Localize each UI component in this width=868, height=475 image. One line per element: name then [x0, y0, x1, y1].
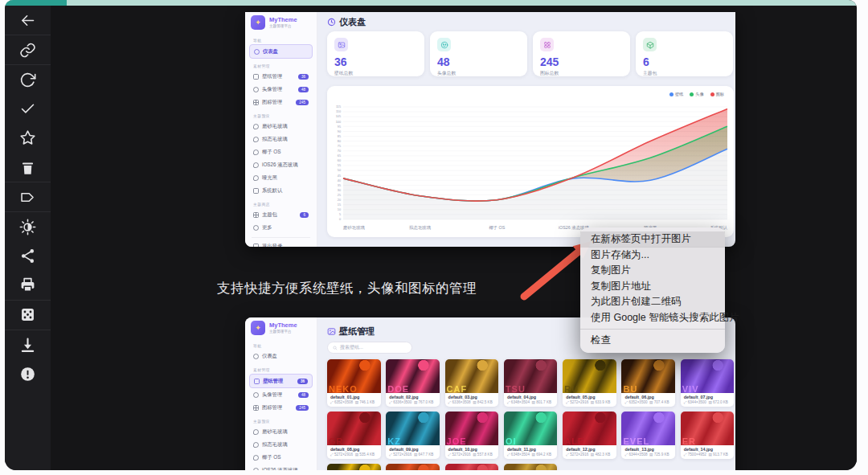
wallpaper-meta: ⤢ 6344×3508 ▤ 725.9 KB	[621, 452, 675, 459]
svg-text:110: 110	[336, 110, 341, 113]
wallpaper-meta: ⤢ 6352×3500 ▤ 707.4 KB	[621, 399, 675, 407]
dashboard-header: 仪表盘	[327, 16, 366, 28]
image-icon	[253, 74, 259, 80]
wallpaper-filename: default_03.jpg	[445, 393, 499, 399]
toolbar-share-button[interactable]	[5, 242, 51, 271]
wallpaper-filename: default_07.jpg	[681, 393, 735, 399]
toolbar-back-button[interactable]	[5, 6, 51, 35]
svg-text:80: 80	[338, 140, 341, 143]
context-menu-item[interactable]: 为此图片创建二维码	[580, 294, 725, 310]
sidebar-item: 拟态毛玻璃	[249, 133, 313, 145]
toolbar-download-button[interactable]	[5, 330, 51, 359]
wallpaper-thumbnail: JOE	[445, 412, 499, 445]
context-menu-item[interactable]: 图片存储为...	[580, 248, 725, 264]
sidebar-item-label: 更多	[262, 224, 272, 231]
palette-icon	[253, 162, 259, 168]
toolbar-check-button[interactable]	[5, 95, 51, 124]
link-icon	[19, 42, 36, 59]
toolbar-tag-button[interactable]	[5, 182, 51, 211]
count-badge: 245	[296, 100, 309, 105]
page-content: ✦MyTheme主题管理平台导航仪表盘素材管理壁纸管理36头像管理48图标管理2…	[51, 6, 857, 470]
wallpaper-filename: default_11.jpg	[504, 445, 558, 452]
stat-card: 245图标总数	[533, 31, 630, 76]
wallpaper-thumbnail: GR	[327, 412, 381, 445]
sidebar-item-label: 拟态毛玻璃	[262, 136, 287, 143]
mytheme-logo: ✦MyTheme主题管理平台	[245, 12, 317, 33]
context-menu-item[interactable]: 使用 Google 智能镜头搜索此图片	[580, 310, 725, 326]
dice-icon	[19, 306, 36, 323]
tag-icon	[19, 189, 36, 206]
palette-icon	[253, 442, 259, 448]
svg-text:50: 50	[338, 169, 341, 172]
gear-icon	[253, 225, 259, 231]
toolbar-star-button[interactable]	[5, 124, 51, 153]
wallpaper-thumbnail: RU	[563, 359, 616, 393]
dashboard-screenshot-image[interactable]: ✦MyTheme主题管理平台导航仪表盘素材管理壁纸管理36头像管理48图标管理2…	[245, 12, 735, 247]
sidebar-item-label: iOS26 液态玻璃	[262, 162, 297, 169]
stat-value: 48	[437, 55, 520, 68]
wallpaper-thumbnail: ER	[681, 412, 735, 445]
mytheme-logo-title: MyTheme	[269, 17, 297, 23]
image-icon	[334, 38, 348, 51]
avatar-icon	[253, 392, 259, 398]
box-icon	[253, 212, 259, 218]
wallpaper-card: ERdefault_14.jpg⤢ 7500×4952 ▤ 913.7 KB	[681, 412, 735, 459]
wallpaper-row: GRdefault_08.jpg⤢ 5272×2916 ▤ 535.4 KBKZ…	[327, 412, 727, 459]
svg-text:15: 15	[338, 203, 341, 207]
wallpaper-thumbnail	[445, 464, 499, 470]
wallpaper-card: KZdefault_09.jpg⤢ 5272×2916 ▤ 647.7 KB	[386, 412, 440, 459]
svg-text:40: 40	[338, 179, 341, 182]
context-menu-item[interactable]: 检查	[580, 333, 725, 349]
toolbar-link-button[interactable]	[5, 35, 51, 64]
toolbar-trash-button[interactable]	[5, 153, 51, 182]
page-background: ✦MyTheme主题管理平台导航仪表盘素材管理壁纸管理36头像管理48图标管理2…	[0, 0, 868, 475]
dashboard-icon	[253, 354, 259, 359]
sidebar-item-label: 磨砂毛玻璃	[262, 428, 287, 436]
count-badge: 6	[300, 212, 309, 218]
wallpaper-thumbnail: ALE	[563, 412, 616, 445]
progress-indicator	[5, 0, 67, 6]
wallpaper-meta: ⤢ 5272×2916 ▤ 647.7 KB	[386, 452, 440, 459]
toolbar-contrast-button[interactable]	[5, 212, 51, 241]
grid-icon	[253, 100, 259, 105]
sidebar-item-label: 图标管理	[262, 99, 282, 106]
context-menu-item[interactable]: 复制图片	[580, 263, 725, 279]
toolbar-print-button[interactable]	[5, 271, 51, 300]
toolbar-alert-button[interactable]	[5, 359, 51, 388]
svg-text:磨砂毛玻璃: 磨砂毛玻璃	[343, 225, 366, 231]
dashboard-icon	[254, 49, 260, 55]
stat-card: 6主题包	[636, 31, 733, 76]
share-icon	[19, 248, 36, 264]
wallpaper-meta: ⤢ 6352×3508 ▤ 746.1 KB	[327, 399, 381, 407]
star-icon	[19, 129, 36, 146]
wallpaper-filename: default_01.jpg	[327, 393, 381, 399]
search-input: 搜索壁纸...	[327, 342, 412, 354]
wallpaper-card: GRdefault_08.jpg⤢ 5272×2916 ▤ 535.4 KB	[327, 412, 381, 459]
screenshot-tool-window: ✦MyTheme主题管理平台导航仪表盘素材管理壁纸管理36头像管理48图标管理2…	[5, 0, 857, 470]
toolbar-refresh-button[interactable]	[5, 65, 51, 94]
svg-text:85: 85	[338, 135, 341, 138]
download-icon	[19, 337, 36, 354]
wallpaper-image-icon	[327, 327, 336, 336]
sidebar-item: iOS26 液态玻璃	[249, 464, 313, 470]
sidebar-item: 拟态毛玻璃	[249, 438, 313, 451]
wallpaper-card	[445, 464, 499, 470]
annotation-toolbar	[5, 6, 51, 470]
svg-text:60: 60	[338, 159, 341, 162]
sidebar-item: 图标管理245	[249, 96, 313, 109]
context-menu-item[interactable]: 复制图片地址	[580, 279, 725, 295]
toolbar-dice-button[interactable]	[5, 301, 51, 330]
sidebar-item: 椰子 OS	[249, 451, 313, 464]
stat-card: 48头像总数	[430, 31, 527, 76]
wallpaper-card	[327, 464, 381, 470]
wallpaper-card: TSUdefault_04.jpg⤢ 6348×3504 ▤ 801.7 KB	[504, 359, 558, 407]
mytheme-logo-icon: ✦	[251, 321, 265, 335]
context-menu: 在新标签页中打开图片图片存储为...复制图片复制图片地址为此图片创建二维码使用 …	[580, 227, 725, 353]
wallpaper-filename: default_05.jpg	[563, 393, 616, 399]
wallpaper-filename: default_04.jpg	[504, 393, 558, 399]
sidebar-item-label: 壁纸管理	[262, 73, 282, 80]
context-menu-item[interactable]: 在新标签页中打开图片	[580, 231, 725, 248]
svg-text:25: 25	[338, 194, 341, 197]
stat-value: 36	[334, 55, 417, 68]
sidebar-item-label: 仪表盘	[263, 48, 278, 55]
